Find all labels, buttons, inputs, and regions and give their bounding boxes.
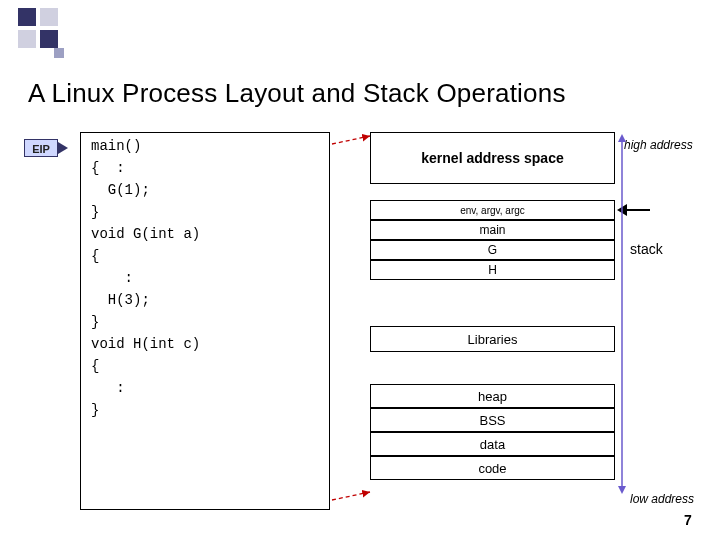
mem-g-frame: G [370,240,615,260]
mem-data: data [370,432,615,456]
mem-libraries: Libraries [370,326,615,352]
mem-heap: heap [370,384,615,408]
code-line: main() [91,139,319,153]
code-line: H(3); [91,293,319,307]
eip-pointer: EIP [24,139,76,161]
stack-label: stack [630,241,663,257]
arrow-left-icon [617,204,627,216]
eip-label: EIP [24,139,58,157]
arrow-line [626,209,650,211]
code-line: : [91,381,319,395]
code-line: G(1); [91,183,319,197]
mem-gap [370,184,615,200]
deco-square [18,30,36,48]
mem-gap [370,352,615,384]
code-line: { : [91,161,319,175]
mem-gap [370,280,615,326]
deco-square [18,8,36,26]
slide-decoration [0,0,720,60]
deco-square [40,30,58,48]
low-address-label: low address [630,492,694,506]
arrow-right-icon [58,142,68,154]
high-address-label: high address [624,138,693,152]
code-line: void G(int a) [91,227,319,241]
mem-main-frame: main [370,220,615,240]
svg-line-0 [332,136,370,144]
deco-square [40,8,58,26]
mem-code: code [370,456,615,480]
svg-line-1 [332,492,370,500]
source-code-panel: main() { : G(1); } void G(int a) { : H(3… [80,132,330,510]
code-line: { [91,249,319,263]
slide-title: A Linux Process Layout and Stack Operati… [28,78,566,109]
code-line: } [91,403,319,417]
memory-layout-column: kernel address space env, argv, argc mai… [370,132,615,480]
deco-square [54,48,64,58]
mem-bss: BSS [370,408,615,432]
code-line: } [91,205,319,219]
code-line: { [91,359,319,373]
code-line: } [91,315,319,329]
mem-h-frame: H [370,260,615,280]
code-line: : [91,271,319,285]
code-line: void H(int c) [91,337,319,351]
mem-kernel: kernel address space [370,132,615,184]
mem-env: env, argv, argc [370,200,615,220]
page-number: 7 [684,512,692,528]
